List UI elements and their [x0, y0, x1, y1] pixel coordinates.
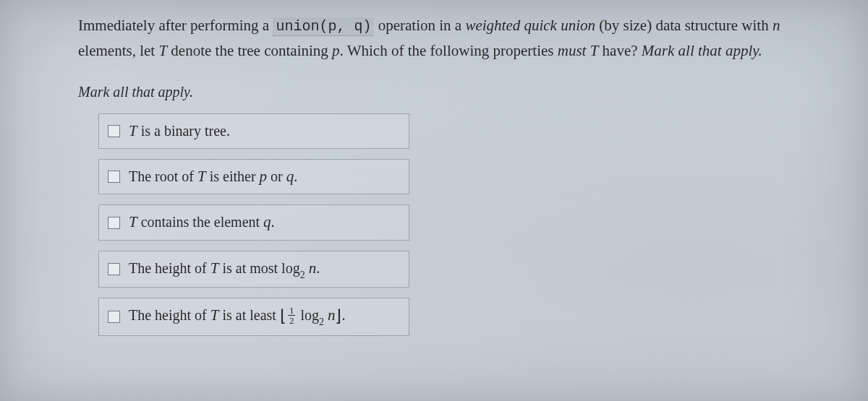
option-var-4-0: T: [210, 306, 219, 324]
question-seg3: (by size) data structure with: [595, 17, 773, 34]
option-row-2[interactable]: T contains the element q.: [98, 204, 409, 240]
option-var-3-0: T: [210, 259, 219, 277]
question-seg8: have?: [598, 42, 641, 59]
instruction-text: Mark all that apply.: [78, 84, 803, 100]
option-label-3: The height of T is at most log2 n.: [129, 258, 320, 281]
option-text-3-3: .: [316, 260, 320, 276]
option-pre-3: The height of: [129, 260, 210, 276]
option-log-3-2: log2 n: [281, 260, 316, 276]
option-var-1-0: T: [197, 168, 206, 185]
option-row-0[interactable]: T is a binary tree.: [98, 113, 409, 149]
option-label-1: The root of T is either p or q.: [129, 166, 297, 187]
option-var-2-2: q: [263, 213, 271, 230]
question-emph1: weighted quick union: [465, 17, 595, 34]
question-seg5: denote the tree containing: [167, 42, 332, 59]
question-var-p: p: [332, 42, 340, 59]
option-text-1-3: or: [267, 168, 286, 184]
option-var-2-0: T: [129, 213, 137, 230]
option-row-3[interactable]: The height of T is at most log2 n.: [98, 251, 409, 288]
option-row-4[interactable]: The height of T is at least ⌊12 log2 n⌋.: [98, 298, 409, 335]
question-var-T2: T: [590, 42, 599, 59]
question-seg1: Immediately after performing a: [78, 17, 273, 34]
question-var-T: T: [158, 42, 167, 59]
checkbox-1[interactable]: [108, 171, 120, 183]
question-code: union(p, q): [273, 17, 374, 36]
option-frac-4-3: 12: [288, 306, 296, 325]
option-text-2-1: contains the element: [137, 214, 263, 230]
checkbox-4[interactable]: [108, 311, 120, 323]
option-text-2-3: .: [271, 214, 275, 230]
options-list: T is a binary tree.The root of T is eith…: [98, 113, 803, 336]
option-text-1-1: is either: [206, 168, 260, 184]
option-pre-4: The height of: [129, 307, 210, 323]
checkbox-3[interactable]: [108, 263, 120, 275]
option-var-0-0: T: [129, 122, 137, 139]
question-seg6: . Which of the following properties: [340, 42, 558, 59]
option-pre-1: The root of: [129, 168, 197, 184]
checkbox-2[interactable]: [108, 217, 120, 229]
question-var-n: n: [773, 17, 780, 34]
question-emph2: must: [558, 42, 587, 59]
option-label-2: T contains the element q.: [129, 212, 275, 233]
option-text-4-1: is at least: [218, 307, 279, 323]
option-log-4-5: log2 n: [300, 307, 335, 323]
question-seg2: operation in a: [374, 17, 465, 34]
question-text: Immediately after performing a union(p, …: [78, 13, 803, 64]
option-var-1-4: q: [286, 168, 294, 185]
question-emph3: Mark all that apply.: [642, 42, 762, 59]
option-row-1[interactable]: The root of T is either p or q.: [98, 159, 409, 194]
option-label-4: The height of T is at least ⌊12 log2 n⌋.: [129, 305, 345, 328]
floor-open-icon: ⌊: [280, 307, 286, 325]
question-seg4: elements, let: [78, 42, 158, 59]
option-var-1-2: p: [260, 168, 268, 185]
option-text-4-7: .: [341, 307, 345, 323]
checkbox-0[interactable]: [108, 125, 120, 137]
option-text-0-1: is a binary tree.: [137, 123, 230, 139]
option-text-1-5: .: [294, 168, 297, 184]
option-text-3-1: is at most: [218, 260, 281, 276]
option-label-0: T is a binary tree.: [129, 121, 230, 142]
